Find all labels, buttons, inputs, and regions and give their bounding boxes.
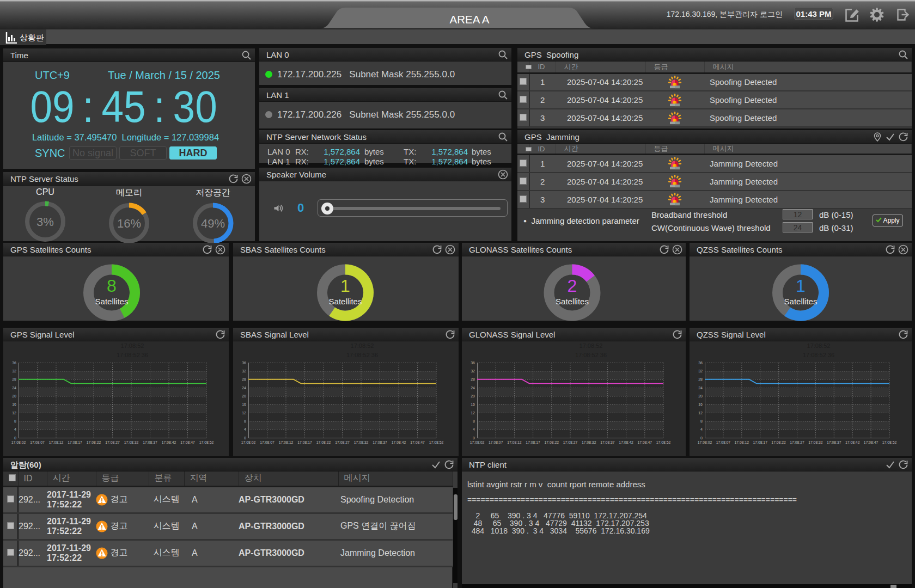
svg-text:8: 8: [14, 419, 16, 423]
svg-text:4: 4: [473, 427, 475, 431]
svg-text:17:08:47: 17:08:47: [638, 440, 652, 444]
svg-text:16%: 16%: [117, 217, 141, 230]
svg-text:17:08:37: 17:08:37: [600, 440, 615, 444]
svg-text:4: 4: [14, 427, 16, 431]
svg-text:8: 8: [473, 419, 475, 423]
svg-text:17:08:47: 17:08:47: [410, 440, 425, 444]
svg-text:12: 12: [242, 411, 246, 415]
svg-text:20: 20: [698, 394, 703, 398]
svg-text:20: 20: [12, 394, 16, 398]
svg-text:36: 36: [471, 361, 475, 365]
svg-text:17:08:17: 17:08:17: [297, 440, 312, 444]
svg-text:17:08:27: 17:08:27: [105, 440, 120, 444]
svg-text:17:08:52 36: 17:08:52 36: [803, 352, 834, 358]
svg-text:28: 28: [471, 377, 475, 381]
svg-text:0: 0: [244, 436, 246, 440]
svg-text:17:08:42: 17:08:42: [845, 440, 860, 444]
svg-text:17:08:27: 17:08:27: [790, 440, 804, 444]
svg-text:16: 16: [698, 402, 703, 406]
svg-text:36: 36: [12, 361, 16, 365]
svg-text:16: 16: [471, 402, 475, 406]
svg-text:28: 28: [698, 377, 703, 381]
svg-text:17:08:52: 17:08:52: [199, 440, 214, 444]
svg-text:17:08:07: 17:08:07: [30, 440, 45, 444]
svg-text:17:08:22: 17:08:22: [545, 440, 559, 444]
svg-text:24: 24: [242, 386, 246, 390]
svg-text:17:08:42: 17:08:42: [619, 440, 633, 444]
svg-text:49%: 49%: [201, 217, 225, 230]
svg-text:17:08:52 36: 17:08:52 36: [117, 352, 148, 358]
svg-text:17:08:07: 17:08:07: [716, 440, 731, 444]
svg-text:17:08:37: 17:08:37: [827, 440, 841, 444]
svg-text:16: 16: [242, 402, 246, 406]
svg-text:0: 0: [700, 436, 703, 440]
svg-text:17:08:42: 17:08:42: [392, 440, 406, 444]
svg-text:17:08:22: 17:08:22: [316, 440, 331, 444]
svg-text:24: 24: [471, 386, 475, 390]
svg-text:28: 28: [12, 377, 16, 381]
svg-text:17:08:02: 17:08:02: [241, 440, 256, 444]
svg-text:17:08:02: 17:08:02: [470, 440, 485, 444]
svg-text:17:08:32: 17:08:32: [582, 440, 596, 444]
svg-text:24: 24: [698, 386, 703, 390]
svg-text:17:08:32: 17:08:32: [354, 440, 369, 444]
svg-text:17:08:27: 17:08:27: [563, 440, 578, 444]
svg-text:16: 16: [12, 402, 16, 406]
svg-text:24: 24: [12, 386, 16, 390]
svg-text:12: 12: [12, 411, 16, 415]
svg-text:17:08:22: 17:08:22: [771, 440, 786, 444]
svg-text:17:08:52: 17:08:52: [351, 342, 374, 349]
svg-text:32: 32: [698, 369, 703, 373]
svg-text:0: 0: [14, 436, 16, 440]
svg-text:32: 32: [12, 369, 16, 373]
svg-text:17:08:52 36: 17:08:52 36: [346, 352, 378, 358]
svg-text:17:08:17: 17:08:17: [526, 440, 540, 444]
svg-text:8: 8: [244, 419, 246, 423]
svg-text:17:08:37: 17:08:37: [373, 440, 387, 444]
svg-text:4: 4: [700, 427, 703, 431]
svg-text:12: 12: [471, 411, 475, 415]
svg-text:17:08:02: 17:08:02: [11, 440, 26, 444]
svg-text:17:08:12: 17:08:12: [735, 440, 749, 444]
svg-text:36: 36: [242, 361, 246, 365]
svg-text:32: 32: [242, 369, 246, 373]
svg-text:17:08:37: 17:08:37: [143, 440, 157, 444]
svg-text:17:08:07: 17:08:07: [489, 440, 503, 444]
svg-text:17:08:47: 17:08:47: [180, 440, 195, 444]
svg-text:0: 0: [473, 436, 475, 440]
svg-text:17:08:52: 17:08:52: [121, 342, 144, 349]
svg-text:17:08:52: 17:08:52: [580, 342, 603, 349]
svg-text:17:08:52: 17:08:52: [656, 440, 671, 444]
svg-text:17:08:07: 17:08:07: [260, 440, 274, 444]
svg-text:3%: 3%: [36, 215, 54, 229]
svg-text:17:08:32: 17:08:32: [808, 440, 823, 444]
svg-text:20: 20: [242, 394, 246, 398]
svg-text:17:08:47: 17:08:47: [864, 440, 879, 444]
svg-text:4: 4: [244, 427, 246, 431]
svg-text:17:08:12: 17:08:12: [49, 440, 64, 444]
svg-text:17:08:52: 17:08:52: [882, 440, 897, 444]
svg-text:36: 36: [698, 361, 703, 365]
svg-text:17:08:17: 17:08:17: [68, 440, 82, 444]
svg-text:17:08:42: 17:08:42: [162, 440, 176, 444]
svg-text:32: 32: [471, 369, 475, 373]
svg-text:12: 12: [698, 411, 703, 415]
svg-text:28: 28: [242, 377, 246, 381]
svg-text:17:08:52 36: 17:08:52 36: [575, 352, 607, 358]
svg-text:17:08:27: 17:08:27: [335, 440, 350, 444]
svg-text:17:08:32: 17:08:32: [124, 440, 139, 444]
svg-text:17:08:52: 17:08:52: [429, 440, 444, 444]
svg-text:17:08:02: 17:08:02: [698, 440, 712, 444]
svg-text:8: 8: [700, 419, 703, 423]
svg-text:17:08:52: 17:08:52: [807, 342, 831, 349]
svg-text:20: 20: [471, 394, 475, 398]
svg-text:17:08:22: 17:08:22: [87, 440, 101, 444]
svg-text:17:08:12: 17:08:12: [279, 440, 294, 444]
svg-text:17:08:17: 17:08:17: [753, 440, 767, 444]
svg-text:17:08:12: 17:08:12: [507, 440, 522, 444]
